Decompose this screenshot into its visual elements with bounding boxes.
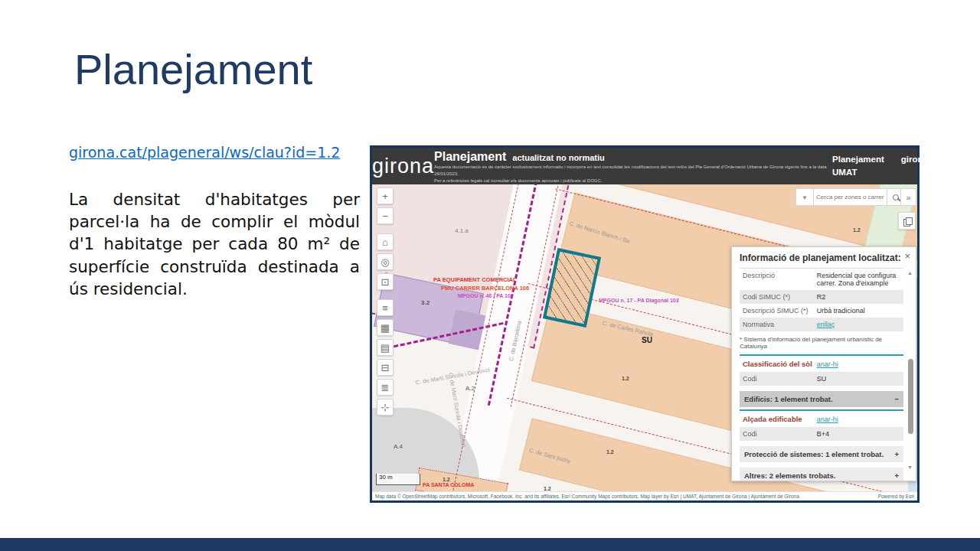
row-label: Normativa	[743, 321, 817, 328]
print-button[interactable]: ⊟	[377, 359, 394, 376]
row-value: Residencial que configura carrer. Zona d…	[817, 272, 900, 287]
fullscreen-button[interactable]: ⊡	[377, 273, 394, 290]
zone-label: A.2	[466, 385, 475, 392]
info-panel: Informació de planejament localitzat: De…	[731, 246, 916, 481]
header-right-subtitle: UMAT	[832, 166, 884, 179]
disclaimer-line1: Aquesta documentació és de caràcter excl…	[434, 164, 832, 178]
collapse-icon[interactable]: −	[894, 395, 899, 403]
plan-label: MPGOU n. 17 - PA Diagonal 103	[599, 298, 679, 303]
simuc-footnote: * Sistema d'informació del planejament u…	[740, 336, 903, 350]
group-header-edificis[interactable]: Edificis: 1 element trobat. −	[740, 391, 903, 407]
girona-plan-link[interactable]: girona.cat/plageneral/ws/clau?id=1.2	[69, 144, 340, 161]
overview-button[interactable]	[898, 212, 916, 230]
zone-label: 1.2	[544, 486, 551, 491]
app-title: Planejament	[434, 150, 506, 164]
panel-scrollbar[interactable]	[908, 359, 913, 434]
header-site-link[interactable]: girona.cat	[901, 153, 943, 180]
zone-label: 1.2	[622, 376, 629, 381]
close-icon[interactable]: ×	[904, 251, 910, 261]
scroll-up-icon[interactable]: ▲	[907, 270, 913, 276]
slide-accent-bar	[0, 538, 980, 551]
layers-button[interactable]: ▤	[377, 339, 394, 356]
search-source-dropdown[interactable]: ▾	[795, 188, 814, 206]
row-value: Urbà tradicional	[817, 307, 900, 315]
group-header-proteccio[interactable]: Protecció de sistemes: 1 element trobat.…	[740, 446, 903, 462]
zone-label: 4.1.a	[455, 227, 469, 234]
row-value: R2	[817, 293, 900, 301]
powered-by-esri: Powered by Esri	[878, 494, 914, 499]
zoom-out-button[interactable]: −	[377, 207, 394, 224]
app-header: girona Planejament actualitzat no normat…	[372, 148, 917, 184]
header-right-title: Planejament	[832, 153, 884, 166]
basemap-gallery-button[interactable]: ▦	[377, 319, 394, 336]
group-header-label: Altres: 2 elements trobats.	[744, 471, 835, 480]
group-header-altres[interactable]: Altres: 2 elements trobats. +	[740, 468, 903, 481]
classificacio-goto-link[interactable]: anar-hi	[817, 360, 838, 368]
search-input[interactable]	[814, 188, 887, 206]
map-toolbar: +−⌂◎⊡≡▦▤⊟≣⊹	[377, 187, 394, 416]
normativa-link[interactable]: enllaç	[817, 321, 835, 328]
disclaimer-line2: Per a referències legals cal consultar e…	[434, 178, 832, 184]
alcada-goto-link[interactable]: anar-hi	[817, 416, 838, 423]
map-app-screenshot: girona Planejament actualitzat no normat…	[370, 145, 920, 503]
plan-label: PA SANTA COLOMA	[423, 482, 474, 487]
expand-icon[interactable]: +	[894, 450, 899, 458]
girona-logo: girona	[372, 155, 434, 178]
zone-label: 1.2	[853, 227, 861, 233]
page-title: Planejament	[74, 44, 312, 94]
row-value: B+4	[817, 430, 900, 438]
search-widget: ▾	[795, 188, 905, 206]
row-value: SU	[817, 375, 900, 383]
zone-label: 3.2	[421, 299, 430, 306]
section-title-alcada: Alçada edificable	[743, 415, 817, 423]
group-header-label: Edificis: 1 element trobat.	[744, 395, 833, 403]
info-panel-title: Informació de planejament localitzat:	[740, 253, 903, 263]
app-subtitle: actualitzat no normatiu	[512, 153, 604, 162]
locate-button[interactable]: ◎	[377, 253, 394, 270]
scroll-down-icon[interactable]: ▼	[907, 465, 913, 470]
zone-label: 1.2	[443, 477, 450, 482]
row-label: Codi	[743, 375, 817, 383]
plan-label: PA EQUIPAMENT COMERCIAL	[433, 276, 517, 283]
home-button[interactable]: ⌂	[377, 233, 394, 250]
pan-button[interactable]: ⊹	[377, 399, 394, 416]
row-label: Codi	[743, 430, 817, 438]
zone-label: A.4	[394, 443, 403, 450]
scale-bar: 30 m	[376, 474, 420, 485]
group-header-label: Protecció de sistemes: 1 element trobat.	[744, 450, 884, 458]
body-text: La densitat d'habitatges per parcel·la h…	[69, 188, 360, 300]
map-canvas[interactable]: 4.1.a3.2A.2A.4SU1.21.21.21.21.2PA EQUIPA…	[372, 184, 917, 491]
bookmarks-button[interactable]: ≣	[377, 379, 394, 396]
row-label: Descripció SIMUC (*)	[743, 307, 817, 315]
search-icon	[893, 194, 899, 201]
zoom-in-button[interactable]: +	[377, 187, 394, 204]
row-label: Descripció	[743, 272, 817, 279]
plan-label: MPGOU n. 46 / PA 103	[458, 293, 514, 298]
widget-expand-button[interactable]: »	[900, 188, 916, 206]
presentation-slide: Planejament girona.cat/plageneral/ws/cla…	[0, 0, 980, 551]
section-title-classificacio: Classificació del sòl	[743, 360, 817, 368]
expand-icon[interactable]: +	[894, 471, 899, 480]
legend-button[interactable]: ≡	[377, 299, 394, 316]
plan-label: PMU CARRER BARCELONA 106	[441, 285, 529, 292]
zone-label: 1.2	[606, 449, 614, 455]
row-label: Codi SIMUC (*)	[743, 293, 817, 301]
map-attribution: Map data © OpenStreetMap contributors, M…	[375, 494, 799, 499]
overview-icon	[903, 217, 911, 225]
